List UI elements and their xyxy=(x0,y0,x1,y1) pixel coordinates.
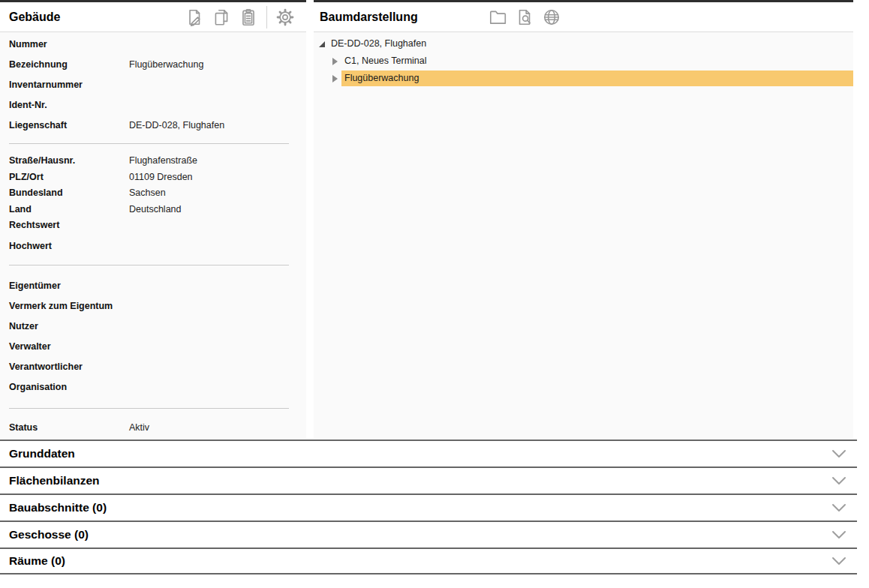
section-divider xyxy=(9,143,289,144)
field-eigentuemer: Eigentümer xyxy=(9,276,306,296)
accordion-list: Grunddaten Flächenbilanzen Bauabschnitte… xyxy=(0,440,857,574)
twisty-collapsed-icon[interactable] xyxy=(332,75,341,82)
tree-node-label[interactable]: C1, Neues Terminal xyxy=(341,53,853,69)
edit-icon[interactable] xyxy=(185,8,204,27)
chevron-down-icon[interactable] xyxy=(831,449,846,458)
building-form: Nummer Bezeichnung Flugüberwachung Inven… xyxy=(0,32,306,439)
twisty-collapsed-icon[interactable] xyxy=(332,58,341,65)
field-bundesland: Bundesland Sachsen xyxy=(9,185,306,202)
field-organisation: Organisation xyxy=(9,377,306,398)
document-search-icon[interactable] xyxy=(515,8,534,27)
tree-node-label[interactable]: DE-DD-028, Flughafen xyxy=(328,36,853,52)
field-label: Status xyxy=(9,418,129,438)
status-value: Aktiv xyxy=(129,418,149,438)
field-value: Sachsen xyxy=(129,185,166,202)
accordion-flaechenbilanzen[interactable]: Flächenbilanzen xyxy=(0,466,857,494)
field-strasse: Straße/Hausnr. Flughafenstraße xyxy=(9,153,306,170)
field-nummer: Nummer xyxy=(9,34,306,55)
twisty-expanded-icon[interactable] xyxy=(319,41,328,47)
accordion-title: Geschosse (0) xyxy=(0,528,89,542)
field-label: Inventarnummer xyxy=(9,75,129,95)
field-liegenschaft: Liegenschaft DE-DD-028, Flughafen xyxy=(9,116,306,136)
field-label: Eigentümer xyxy=(9,276,129,296)
toolbar-separator xyxy=(266,6,267,28)
field-value: Flugüberwachung xyxy=(129,55,203,75)
tree-view: DE-DD-028, Flughafen C1, Neues Terminal … xyxy=(314,32,853,439)
field-verantwortlicher: Verantwortlicher xyxy=(9,357,306,377)
field-status: Status Aktiv xyxy=(9,418,306,438)
tree-view-panel: Baumdarstellung xyxy=(314,0,853,440)
field-hochwert: Hochwert xyxy=(9,238,306,255)
field-value: DE-DD-028, Flughafen xyxy=(129,116,224,136)
gear-icon[interactable] xyxy=(275,8,295,27)
field-label: Bezeichnung xyxy=(9,55,129,75)
tree-panel-header: Baumdarstellung xyxy=(314,2,853,32)
clipboard-icon[interactable] xyxy=(239,8,258,27)
tree-node-root[interactable]: DE-DD-028, Flughafen xyxy=(314,35,853,52)
field-label: Straße/Hausnr. xyxy=(9,153,129,170)
field-inventarnummer: Inventarnummer xyxy=(9,75,306,95)
field-land: Land Deutschland xyxy=(9,202,306,218)
field-label: PLZ/Ort xyxy=(9,170,129,186)
building-toolbar xyxy=(185,2,295,32)
accordion-title: Flächenbilanzen xyxy=(0,474,100,488)
accordion-title: Räume (0) xyxy=(0,554,65,568)
building-panel-header: Gebäude xyxy=(0,2,306,32)
building-detail-panel: Gebäude xyxy=(0,0,306,440)
field-label: Hochwert xyxy=(9,238,129,255)
accordion-title: Grunddaten xyxy=(0,447,75,460)
field-verwalter: Verwalter xyxy=(9,337,306,357)
field-label: Rechtswert xyxy=(9,218,129,234)
field-value: Flughafenstraße xyxy=(129,153,197,170)
field-ident-nr: Ident-Nr. xyxy=(9,95,306,116)
globe-icon[interactable] xyxy=(542,8,561,27)
accordion-grunddaten[interactable]: Grunddaten xyxy=(0,440,857,466)
field-plz-ort: PLZ/Ort 01109 Dresden xyxy=(9,170,306,186)
tree-node-flugueberwachung[interactable]: Flugüberwachung xyxy=(314,70,853,87)
section-divider xyxy=(9,408,289,409)
tree-panel-title: Baumdarstellung xyxy=(314,10,418,24)
tree-toolbar xyxy=(488,2,561,32)
chevron-down-icon[interactable] xyxy=(831,530,846,539)
field-rechtswert: Rechtswert xyxy=(9,218,306,234)
accordion-geschosse[interactable]: Geschosse (0) xyxy=(0,520,857,548)
field-nutzer: Nutzer xyxy=(9,316,306,337)
accordion-raeume[interactable]: Räume (0) xyxy=(0,548,857,574)
folder-icon[interactable] xyxy=(488,8,507,27)
field-label: Ident-Nr. xyxy=(9,95,129,116)
field-label: Verantwortlicher xyxy=(9,357,129,377)
section-divider xyxy=(9,265,289,266)
field-label: Organisation xyxy=(9,377,129,398)
chevron-down-icon[interactable] xyxy=(831,503,846,512)
accordion-bauabschnitte[interactable]: Bauabschnitte (0) xyxy=(0,494,857,520)
copy-icon[interactable] xyxy=(212,8,231,27)
accordion-title: Bauabschnitte (0) xyxy=(0,501,107,514)
field-bezeichnung: Bezeichnung Flugüberwachung xyxy=(9,55,306,75)
tree-node-terminal[interactable]: C1, Neues Terminal xyxy=(314,52,853,70)
field-value: Deutschland xyxy=(129,202,182,218)
field-label: Bundesland xyxy=(9,185,129,202)
chevron-down-icon[interactable] xyxy=(831,556,846,566)
building-panel-title: Gebäude xyxy=(0,10,60,24)
field-label: Vermerk zum Eigentum xyxy=(9,296,129,316)
field-label: Liegenschaft xyxy=(9,116,129,136)
field-label: Verwalter xyxy=(9,337,129,357)
field-value: 01109 Dresden xyxy=(129,170,193,186)
field-label: Nummer xyxy=(9,34,129,55)
chevron-down-icon[interactable] xyxy=(831,476,846,485)
field-label: Land xyxy=(9,202,129,218)
tree-node-label-selected[interactable]: Flugüberwachung xyxy=(341,70,853,86)
field-label: Nutzer xyxy=(9,316,129,337)
field-vermerk: Vermerk zum Eigentum xyxy=(9,296,306,316)
